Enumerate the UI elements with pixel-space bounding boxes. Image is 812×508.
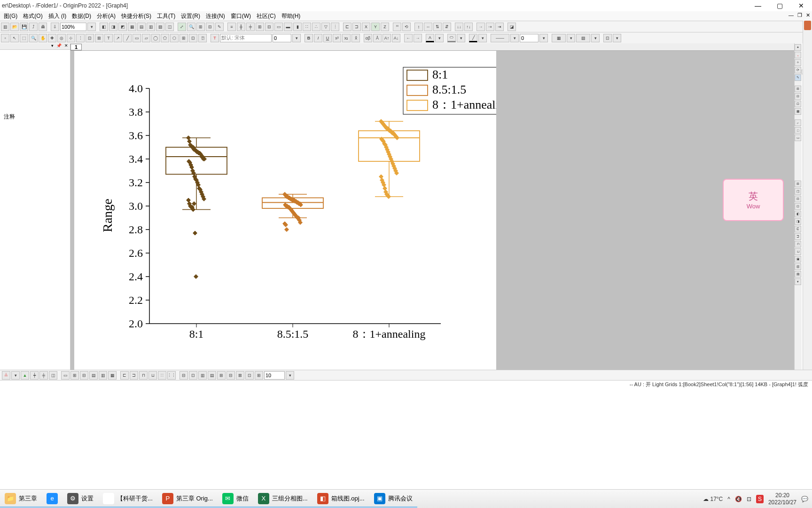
menu-item[interactable]: 插入 (I)	[46, 11, 70, 21]
taskbar-item[interactable]: ◎【科研干货...	[98, 491, 157, 508]
font-color-icon[interactable]: A	[426, 34, 434, 42]
filter-icon[interactable]: ▽	[321, 23, 330, 31]
rect-tool-icon[interactable]: ▭	[133, 34, 141, 42]
tool-icon[interactable]: ⇥	[495, 23, 504, 31]
tool-icon[interactable]: ⇢	[486, 23, 494, 31]
tray-volume-icon[interactable]: 🔇	[735, 496, 742, 502]
tool-icon[interactable]: ⇵	[443, 23, 451, 31]
tool-icon[interactable]: ▦	[128, 23, 136, 31]
taskbar-item[interactable]: 📁第三章	[0, 491, 42, 508]
tool-icon[interactable]: ⊠	[236, 371, 244, 380]
close-button[interactable]: ✕	[790, 0, 812, 11]
line-color-icon[interactable]: ╱	[469, 34, 477, 42]
dropdown-icon[interactable]: ▾	[457, 34, 465, 42]
tool-icon[interactable]: ⊟	[206, 23, 214, 31]
tool-icon[interactable]: ▥	[147, 23, 155, 31]
vertical-scrollbar[interactable]	[803, 21, 812, 389]
tool-icon[interactable]: ⊟	[226, 371, 235, 380]
tool-icon[interactable]: ∴	[312, 23, 320, 31]
panel-pin-icon[interactable]: ▾	[51, 43, 54, 49]
tool-icon[interactable]: ⊟	[265, 23, 273, 31]
tool-icon[interactable]: ⊏	[343, 23, 351, 31]
tool-icon[interactable]: ↑↓	[464, 23, 473, 31]
tool-icon[interactable]: ▥	[795, 263, 801, 270]
tool-icon[interactable]: ▦	[795, 108, 801, 115]
tool-icon[interactable]: ⟲	[402, 23, 411, 31]
tool-icon[interactable]: ⍰	[198, 34, 207, 42]
menu-item[interactable]: 窗口(W)	[228, 11, 254, 21]
fill-color-icon[interactable]: ⬭	[447, 34, 456, 42]
tool-icon[interactable]: ⊞	[795, 181, 801, 187]
tool-icon[interactable]: x̄	[351, 34, 360, 42]
dropdown-icon[interactable]: ▾	[478, 34, 487, 42]
subscript-icon[interactable]: x₂	[342, 34, 351, 42]
tool-icon[interactable]: ◯	[151, 34, 160, 42]
superscript-icon[interactable]: x²	[333, 34, 341, 42]
maximize-button[interactable]: ▢	[769, 0, 790, 11]
tool-icon[interactable]: ╧	[2, 371, 10, 380]
tool-icon[interactable]: ⊟	[180, 371, 188, 380]
tool-icon[interactable]: ⊐	[795, 233, 801, 240]
menu-item[interactable]: 格式(O)	[20, 11, 45, 21]
tool-icon[interactable]: ⬡	[170, 34, 179, 42]
page-tab[interactable]: 1	[70, 44, 82, 50]
rescale-icon[interactable]: ⤢	[178, 23, 186, 31]
line-tool-icon[interactable]: ╱	[123, 34, 132, 42]
tool-icon[interactable]: ⋮⋮	[167, 371, 176, 380]
x-axis-icon[interactable]: X	[362, 23, 370, 31]
dropdown-icon[interactable]: ▾	[435, 34, 444, 42]
tool-icon[interactable]: ⊞	[795, 86, 801, 92]
tool-icon[interactable]: ✧	[795, 59, 801, 66]
tool-icon[interactable]: ▱	[142, 34, 150, 42]
tool-icon[interactable]: ⊞	[255, 371, 263, 380]
tray-network-icon[interactable]: ⊡	[747, 496, 751, 502]
tool-icon[interactable]: ∷	[303, 23, 311, 31]
tool-icon[interactable]: ⊏	[795, 226, 801, 232]
dropdown-icon[interactable]: ▾	[591, 34, 600, 42]
tool-icon[interactable]: ▤	[137, 23, 146, 31]
tool-icon[interactable]: ⊐	[130, 371, 138, 380]
tool-icon[interactable]: ▫	[1, 34, 9, 42]
tool-icon[interactable]: ◩	[118, 23, 127, 31]
zoom-dropdown-icon[interactable]: ▾	[87, 23, 96, 31]
tool-icon[interactable]: ⊡	[189, 34, 197, 42]
menu-item[interactable]: 分析(A)	[94, 11, 118, 21]
tool-icon[interactable]: ◪	[508, 23, 516, 31]
tool-icon[interactable]: ▤	[89, 371, 98, 380]
tool-icon[interactable]: ⊔	[795, 248, 801, 255]
tool-icon[interactable]: →	[414, 34, 422, 42]
underline-icon[interactable]: U	[323, 34, 332, 42]
line-width-input[interactable]	[520, 34, 539, 42]
taskbar-clock[interactable]: 20:20 2022/10/27	[768, 492, 796, 506]
tool-icon[interactable]: ◫	[49, 371, 57, 380]
arrow-tool-icon[interactable]: ↗	[114, 34, 122, 42]
tool-icon[interactable]: ↔	[424, 23, 432, 31]
tool-icon[interactable]: ▲	[21, 371, 29, 380]
export-icon[interactable]: ⤴	[29, 23, 38, 31]
tool-icon[interactable]: ◫	[165, 23, 174, 31]
font-tool-icon[interactable]: T	[211, 34, 219, 42]
tool-icon[interactable]: 🔍	[29, 34, 38, 42]
tool-icon[interactable]: ⊡	[189, 371, 197, 380]
dropdown-icon[interactable]: ▾	[510, 34, 519, 42]
graph-canvas[interactable]: 2.02.22.42.62.83.03.23.43.63.84.0Range8:…	[74, 51, 496, 370]
tray-chevron-icon[interactable]: ^	[727, 496, 730, 502]
font-size-input[interactable]	[273, 34, 291, 42]
dropdown-icon[interactable]: ▾	[613, 34, 621, 42]
tool-icon[interactable]: ◧	[795, 211, 801, 217]
tool-icon[interactable]: ⋮	[76, 34, 85, 42]
tool-icon[interactable]: ↓↓	[455, 23, 463, 31]
tool-icon[interactable]: ⊞	[196, 23, 205, 31]
tool-icon[interactable]: ▭	[795, 135, 801, 141]
tool-icon[interactable]: ⇅	[433, 23, 442, 31]
tool-icon[interactable]: ▾	[795, 278, 801, 285]
tray-ime-icon[interactable]: S	[756, 495, 764, 503]
tool-icon[interactable]: ⊹	[67, 34, 75, 42]
print-icon[interactable]: 🖶	[39, 23, 47, 31]
menu-item[interactable]: 数据(D)	[69, 11, 94, 21]
tool-icon[interactable]: ✦	[795, 44, 801, 51]
tool-icon[interactable]: □	[795, 127, 801, 134]
tool-icon[interactable]: ▤	[208, 371, 216, 380]
tool-icon[interactable]: ◧	[100, 23, 108, 31]
tool-icon[interactable]: ⊞	[256, 23, 264, 31]
